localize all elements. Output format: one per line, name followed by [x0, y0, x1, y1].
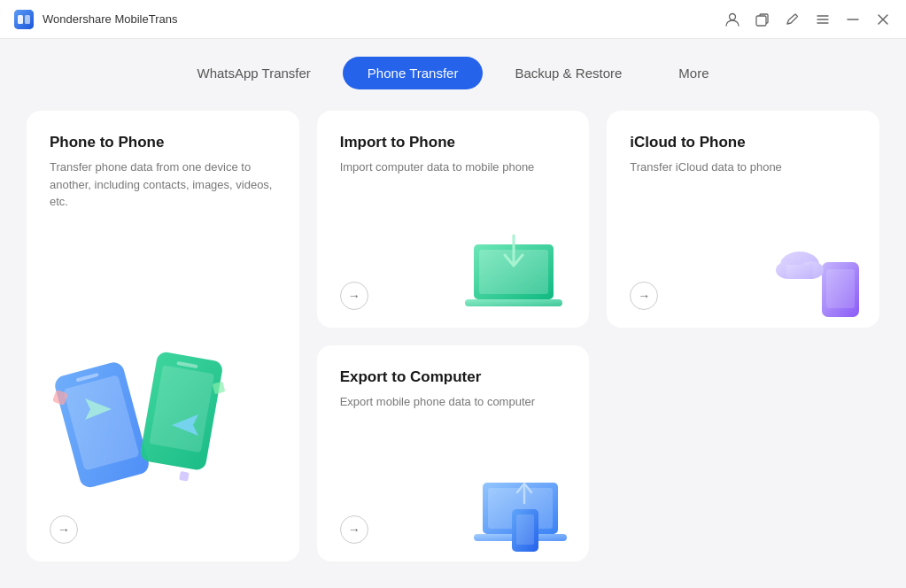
menu-button[interactable] [814, 11, 832, 28]
tab-whatsapp[interactable]: WhatsApp Transfer [172, 57, 335, 89]
card-icloud-title: iCloud to Phone [630, 134, 856, 151]
card-phone-to-phone-arrow[interactable]: → [50, 515, 78, 544]
main-content: WhatsApp Transfer Phone Transfer Backup … [0, 39, 906, 588]
svg-rect-13 [179, 471, 190, 482]
title-bar-controls [724, 11, 892, 28]
nav-tabs: WhatsApp Transfer Phone Transfer Backup … [27, 39, 879, 111]
card-export-title: Export to Computer [340, 368, 567, 386]
card-icloud-desc: Transfer iCloud data to phone [630, 159, 856, 215]
card-import-to-phone[interactable]: Import to Phone Import computer data to … [317, 111, 590, 328]
svg-point-3 [730, 13, 736, 19]
title-bar-left: Wondershare MobileTrans [14, 10, 177, 29]
card-import-arrow[interactable]: → [340, 282, 368, 310]
svg-rect-18 [826, 269, 855, 308]
svg-rect-27 [516, 514, 534, 545]
svg-rect-1 [18, 15, 23, 24]
app-icon [14, 10, 34, 29]
windows-button[interactable] [754, 11, 771, 28]
card-phone-to-phone-title: Phone to Phone [50, 134, 276, 151]
edit-button[interactable] [784, 11, 801, 28]
phone-to-phone-illustration [41, 321, 244, 507]
title-bar: Wondershare MobileTrans [0, 0, 906, 39]
svg-rect-22 [786, 265, 813, 279]
svg-rect-0 [14, 10, 34, 29]
cards-grid: Phone to Phone Transfer phone data from … [27, 111, 879, 561]
icloud-illustration [769, 231, 875, 320]
tab-backup[interactable]: Backup & Restore [490, 57, 647, 89]
minimize-button[interactable] [844, 11, 862, 28]
card-icloud-arrow[interactable]: → [630, 282, 658, 310]
svg-rect-2 [25, 15, 30, 24]
tab-phone[interactable]: Phone Transfer [343, 57, 484, 89]
card-export-arrow[interactable]: → [340, 515, 368, 544]
tab-more[interactable]: More [654, 57, 733, 89]
card-export-to-computer[interactable]: Export to Computer Export mobile phone d… [317, 345, 590, 562]
import-illustration [456, 227, 580, 324]
card-import-title: Import to Phone [340, 134, 567, 151]
app-title: Wondershare MobileTrans [43, 12, 177, 26]
account-button[interactable] [724, 11, 741, 28]
close-button[interactable] [874, 11, 892, 28]
card-icloud-to-phone[interactable]: iCloud to Phone Transfer iCloud data to … [607, 111, 879, 328]
svg-rect-16 [465, 299, 562, 306]
card-phone-to-phone-desc: Transfer phone data from one device to a… [50, 159, 276, 333]
export-illustration [461, 460, 585, 558]
card-phone-to-phone[interactable]: Phone to Phone Transfer phone data from … [27, 111, 299, 561]
card-export-desc: Export mobile phone data to computer [340, 393, 567, 450]
card-import-desc: Import computer data to mobile phone [340, 159, 567, 215]
svg-rect-4 [756, 16, 766, 26]
